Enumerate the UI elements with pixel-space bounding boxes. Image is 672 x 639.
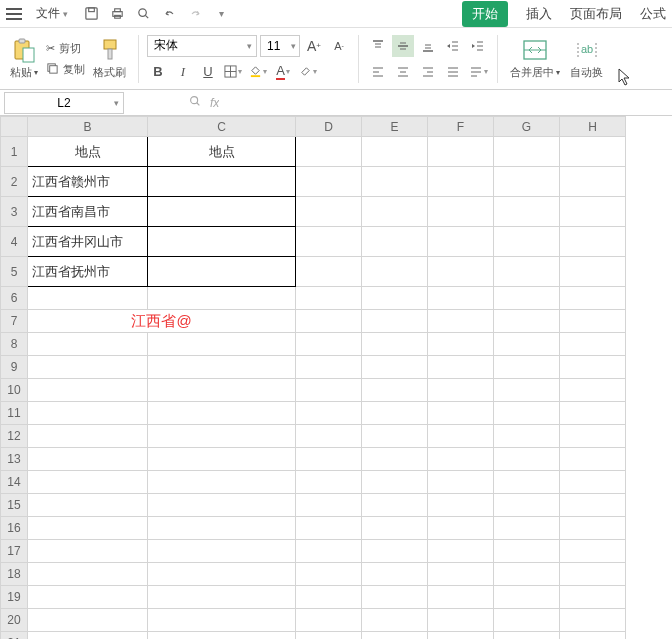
- cell[interactable]: [296, 310, 362, 333]
- cell[interactable]: [494, 517, 560, 540]
- cell[interactable]: [494, 310, 560, 333]
- cell[interactable]: [428, 287, 494, 310]
- formula-bar[interactable]: [219, 92, 672, 114]
- cell[interactable]: [28, 540, 148, 563]
- distribute-button[interactable]: [467, 61, 489, 83]
- row-header[interactable]: 17: [1, 540, 28, 563]
- cell[interactable]: [148, 257, 296, 287]
- cell[interactable]: [148, 540, 296, 563]
- cell[interactable]: [362, 632, 428, 640]
- cell[interactable]: [494, 540, 560, 563]
- row-header[interactable]: 2: [1, 167, 28, 197]
- cell[interactable]: [428, 137, 494, 167]
- decrease-font-button[interactable]: A-: [328, 35, 350, 57]
- cell[interactable]: 地点: [148, 137, 296, 167]
- cell[interactable]: [148, 586, 296, 609]
- cell[interactable]: [362, 586, 428, 609]
- cell[interactable]: [560, 402, 626, 425]
- cell[interactable]: [28, 287, 148, 310]
- format-painter-button[interactable]: 格式刷: [89, 35, 130, 82]
- row-header[interactable]: 3: [1, 197, 28, 227]
- cell[interactable]: [362, 137, 428, 167]
- cell[interactable]: [560, 287, 626, 310]
- cell[interactable]: [494, 379, 560, 402]
- cell[interactable]: [148, 333, 296, 356]
- cell[interactable]: [362, 517, 428, 540]
- cell[interactable]: [428, 448, 494, 471]
- row-header[interactable]: 4: [1, 227, 28, 257]
- cell[interactable]: [28, 632, 148, 640]
- cell[interactable]: [560, 632, 626, 640]
- cell[interactable]: [296, 563, 362, 586]
- cell[interactable]: [296, 227, 362, 257]
- cell[interactable]: [428, 563, 494, 586]
- cell[interactable]: [428, 609, 494, 632]
- cell[interactable]: 江西省井冈山市: [28, 227, 148, 257]
- cell[interactable]: [296, 494, 362, 517]
- cell[interactable]: [362, 448, 428, 471]
- cell[interactable]: [296, 167, 362, 197]
- cell[interactable]: [428, 632, 494, 640]
- cell[interactable]: [428, 471, 494, 494]
- cell[interactable]: [560, 310, 626, 333]
- cell[interactable]: 江西省南昌市: [28, 197, 148, 227]
- cell[interactable]: [494, 333, 560, 356]
- cell[interactable]: [148, 379, 296, 402]
- paste-button[interactable]: 粘贴▾: [6, 35, 42, 82]
- cell[interactable]: [296, 586, 362, 609]
- hamburger-icon[interactable]: [6, 13, 22, 15]
- row-header[interactable]: 7: [1, 310, 28, 333]
- cell[interactable]: [560, 586, 626, 609]
- cell[interactable]: [428, 197, 494, 227]
- row-header[interactable]: 13: [1, 448, 28, 471]
- cell[interactable]: [28, 563, 148, 586]
- cell[interactable]: [28, 517, 148, 540]
- cell[interactable]: [362, 310, 428, 333]
- underline-button[interactable]: U: [197, 61, 219, 83]
- align-left-button[interactable]: [367, 61, 389, 83]
- col-header[interactable]: F: [428, 117, 494, 137]
- border-button[interactable]: [222, 61, 244, 83]
- cell[interactable]: [28, 586, 148, 609]
- cell[interactable]: [560, 563, 626, 586]
- row-header[interactable]: 15: [1, 494, 28, 517]
- cell[interactable]: [296, 287, 362, 310]
- cell[interactable]: [296, 517, 362, 540]
- row-header[interactable]: 11: [1, 402, 28, 425]
- merge-center-button[interactable]: 合并居中▾: [506, 35, 564, 82]
- cell[interactable]: [362, 227, 428, 257]
- cell[interactable]: [494, 257, 560, 287]
- cell[interactable]: [494, 287, 560, 310]
- row-header[interactable]: 1: [1, 137, 28, 167]
- more-icon[interactable]: ▾: [212, 5, 230, 23]
- cell[interactable]: [362, 425, 428, 448]
- italic-button[interactable]: I: [172, 61, 194, 83]
- col-header[interactable]: G: [494, 117, 560, 137]
- file-menu[interactable]: 文件 ▾: [30, 2, 74, 25]
- cell[interactable]: [148, 563, 296, 586]
- cell[interactable]: [428, 425, 494, 448]
- justify-button[interactable]: [442, 61, 464, 83]
- cell[interactable]: [494, 494, 560, 517]
- row-header[interactable]: 16: [1, 517, 28, 540]
- cell[interactable]: [560, 448, 626, 471]
- cell[interactable]: [148, 425, 296, 448]
- cell[interactable]: [296, 448, 362, 471]
- cell[interactable]: [428, 310, 494, 333]
- cut-button[interactable]: ✂剪切: [44, 40, 87, 57]
- row-header[interactable]: 21: [1, 632, 28, 640]
- row-header[interactable]: 19: [1, 586, 28, 609]
- cell[interactable]: [28, 402, 148, 425]
- cell[interactable]: [28, 425, 148, 448]
- fx-icon[interactable]: fx: [210, 96, 219, 110]
- cell[interactable]: [296, 402, 362, 425]
- cell[interactable]: [148, 197, 296, 227]
- decrease-indent-button[interactable]: [442, 35, 464, 57]
- cell[interactable]: [428, 586, 494, 609]
- row-header[interactable]: 20: [1, 609, 28, 632]
- cell[interactable]: [362, 287, 428, 310]
- name-box[interactable]: L2: [4, 92, 124, 114]
- cell[interactable]: [494, 197, 560, 227]
- search-fx-icon[interactable]: [188, 94, 202, 111]
- font-name-select[interactable]: 宋体: [147, 35, 257, 57]
